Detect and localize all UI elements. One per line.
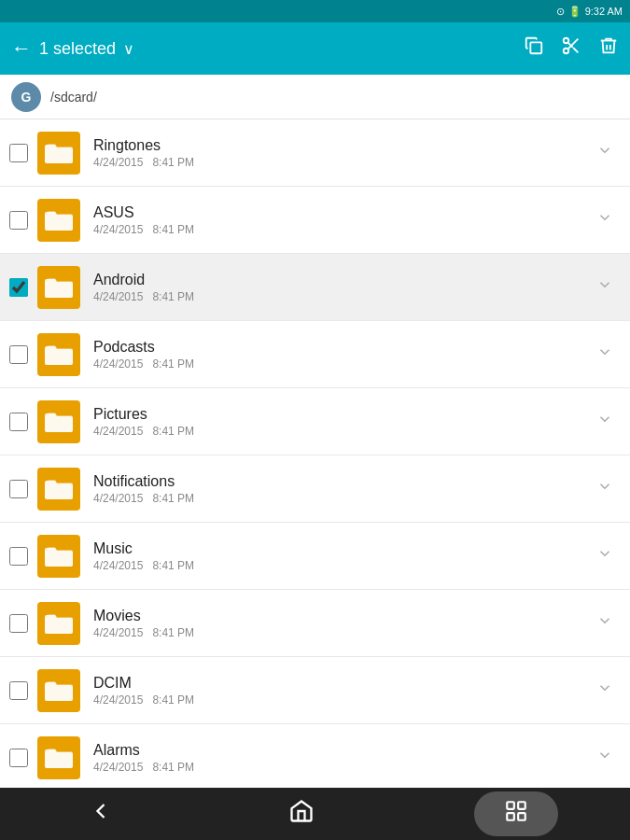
file-checkbox[interactable] [9, 749, 28, 767]
file-info: Pictures 4/24/2015 8:41 PM [93, 406, 589, 438]
file-name: Pictures [93, 406, 589, 423]
file-name: Notifications [93, 473, 589, 490]
folder-icon [37, 199, 80, 242]
path-bar: G /sdcard/ [0, 75, 630, 119]
delete-button[interactable] [598, 35, 619, 62]
file-checkbox[interactable] [9, 480, 28, 498]
bottom-nav [0, 788, 630, 840]
selected-count: 1 selected [39, 39, 116, 59]
file-name: Movies [93, 608, 589, 624]
path-text: /sdcard/ [50, 90, 97, 105]
back-icon: ← [11, 36, 32, 61]
file-name: ASUS [93, 204, 589, 221]
file-meta: 4/24/2015 8:41 PM [93, 156, 589, 169]
folder-icon [37, 669, 80, 712]
expand-button[interactable] [589, 538, 621, 574]
folder-icon [37, 333, 80, 376]
file-info: DCIM 4/24/2015 8:41 PM [93, 675, 589, 707]
folder-icon [37, 602, 80, 645]
file-meta: 4/24/2015 8:41 PM [93, 290, 589, 303]
file-name: Android [93, 272, 589, 288]
file-info: ASUS 4/24/2015 8:41 PM [93, 204, 589, 236]
copy-icon [524, 35, 544, 62]
file-checkbox[interactable] [9, 681, 28, 700]
svg-rect-0 [530, 42, 541, 53]
file-name: Music [93, 540, 589, 557]
folder-icon [37, 132, 80, 175]
svg-rect-6 [507, 802, 514, 809]
file-info: Music 4/24/2015 8:41 PM [93, 540, 589, 572]
file-checkbox[interactable] [9, 547, 28, 566]
file-checkbox[interactable] [9, 278, 28, 297]
file-list: Ringtones 4/24/2015 8:41 PM ASUS 4/24/20… [0, 119, 630, 833]
expand-button[interactable] [589, 672, 621, 708]
status-time: 9:32 AM [585, 6, 623, 17]
action-bar: ← 1 selected ∨ [0, 22, 630, 75]
file-item: Notifications 4/24/2015 8:41 PM [0, 455, 630, 523]
copy-button[interactable] [524, 35, 544, 62]
file-item: Pictures 4/24/2015 8:41 PM [0, 388, 630, 455]
file-info: Android 4/24/2015 8:41 PM [93, 272, 589, 303]
file-checkbox[interactable] [9, 211, 28, 230]
trash-icon [598, 35, 619, 62]
svg-rect-8 [507, 813, 514, 820]
cut-button[interactable] [561, 35, 581, 62]
file-checkbox[interactable] [9, 144, 28, 162]
file-checkbox[interactable] [9, 345, 28, 364]
file-name: Ringtones [93, 137, 589, 154]
file-meta: 4/24/2015 8:41 PM [93, 626, 589, 639]
back-nav-icon [88, 798, 114, 830]
file-meta: 4/24/2015 8:41 PM [93, 761, 589, 774]
file-item: Android 4/24/2015 8:41 PM [0, 254, 630, 321]
home-nav-button[interactable] [273, 791, 329, 836]
file-meta: 4/24/2015 8:41 PM [93, 357, 589, 371]
recents-icon [504, 799, 528, 829]
recents-nav-button[interactable] [474, 791, 558, 836]
file-meta: 4/24/2015 8:41 PM [93, 559, 589, 572]
battery-icon: 🔋 [568, 6, 581, 18]
file-meta: 4/24/2015 8:41 PM [93, 425, 589, 438]
signal-icon: ⊙ [556, 6, 565, 18]
folder-icon [37, 736, 80, 779]
back-nav-button[interactable] [73, 791, 129, 836]
expand-button[interactable] [589, 336, 621, 372]
file-name: Podcasts [93, 339, 589, 356]
file-meta: 4/24/2015 8:41 PM [93, 223, 589, 236]
expand-button[interactable] [589, 134, 621, 171]
expand-button[interactable] [589, 202, 621, 238]
expand-button[interactable] [589, 739, 621, 776]
folder-icon [37, 266, 80, 309]
expand-button[interactable] [589, 403, 621, 440]
path-icon: G [11, 82, 41, 112]
expand-button[interactable] [589, 269, 621, 305]
back-button[interactable]: ← [11, 36, 32, 61]
file-item: Music 4/24/2015 8:41 PM [0, 523, 630, 590]
file-item: Alarms 4/24/2015 8:41 PM [0, 724, 630, 791]
file-info: Alarms 4/24/2015 8:41 PM [93, 742, 589, 774]
status-bar: ⊙ 🔋 9:32 AM [0, 0, 630, 22]
file-info: Ringtones 4/24/2015 8:41 PM [93, 137, 589, 169]
expand-button[interactable] [589, 605, 621, 641]
file-checkbox[interactable] [9, 413, 28, 431]
file-meta: 4/24/2015 8:41 PM [93, 693, 589, 707]
folder-icon [37, 400, 80, 443]
file-meta: 4/24/2015 8:41 PM [93, 492, 589, 505]
scissors-icon [561, 35, 581, 62]
file-item: ASUS 4/24/2015 8:41 PM [0, 187, 630, 254]
file-item: Podcasts 4/24/2015 8:41 PM [0, 321, 630, 388]
file-info: Notifications 4/24/2015 8:41 PM [93, 473, 589, 505]
file-item: Ringtones 4/24/2015 8:41 PM [0, 119, 630, 187]
svg-rect-7 [518, 802, 525, 809]
file-checkbox[interactable] [9, 614, 28, 633]
folder-icon [37, 535, 80, 578]
svg-point-2 [564, 49, 569, 54]
file-info: Movies 4/24/2015 8:41 PM [93, 608, 589, 639]
file-name: Alarms [93, 742, 589, 759]
home-icon [288, 798, 315, 830]
file-info: Podcasts 4/24/2015 8:41 PM [93, 339, 589, 371]
expand-button[interactable] [589, 470, 621, 507]
folder-icon [37, 468, 80, 511]
dropdown-button[interactable]: ∨ [123, 40, 134, 58]
file-item: DCIM 4/24/2015 8:41 PM [0, 657, 630, 724]
file-item: Movies 4/24/2015 8:41 PM [0, 590, 630, 657]
